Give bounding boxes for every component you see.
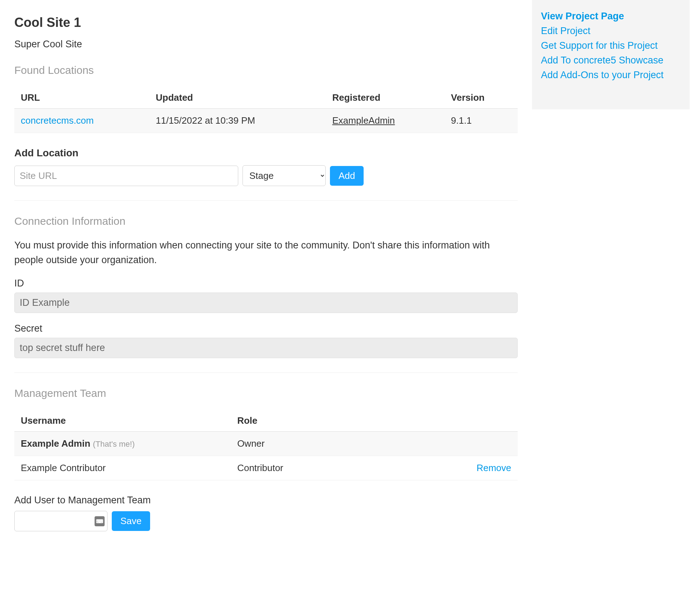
keyboard-icon: ⌨ — [95, 516, 105, 526]
page-subtitle: Super Cool Site — [14, 39, 518, 50]
col-action — [389, 410, 518, 432]
team-heading: Management Team — [14, 387, 518, 399]
me-note: (That's me!) — [93, 440, 135, 448]
sidebar: View Project Page Edit Project Get Suppo… — [532, 0, 690, 109]
secret-value: top secret stuff here — [14, 338, 518, 358]
remove-link[interactable]: Remove — [476, 462, 511, 473]
connection-heading: Connection Information — [14, 215, 518, 227]
add-button[interactable]: Add — [330, 166, 364, 186]
site-url-input[interactable] — [14, 166, 238, 186]
sidebar-link-support[interactable]: Get Support for this Project — [541, 40, 675, 51]
col-role: Role — [231, 410, 389, 432]
col-username: Username — [14, 410, 231, 432]
add-location-heading: Add Location — [14, 147, 518, 159]
team-role: Contributor — [231, 456, 389, 480]
team-username: Example Contributor — [14, 456, 231, 480]
id-label: ID — [14, 278, 518, 289]
secret-label: Secret — [14, 323, 518, 334]
col-updated: Updated — [149, 87, 326, 109]
sidebar-link-addons[interactable]: Add Add-Ons to your Project — [541, 70, 675, 81]
page-title: Cool Site 1 — [14, 15, 518, 30]
add-user-input[interactable] — [14, 511, 107, 531]
col-version: Version — [445, 87, 518, 109]
location-registered-link[interactable]: ExampleAdmin — [332, 115, 395, 126]
sidebar-link-view-project[interactable]: View Project Page — [541, 11, 675, 22]
team-username: Example Admin — [21, 438, 90, 449]
add-user-label: Add User to Management Team — [14, 495, 518, 506]
locations-table: URL Updated Registered Version concretec… — [14, 87, 518, 133]
table-row: Example Contributor Contributor Remove — [14, 456, 518, 480]
team-role: Owner — [231, 432, 389, 456]
found-locations-heading: Found Locations — [14, 64, 518, 76]
connection-help: You must provide this information when c… — [14, 238, 516, 267]
sidebar-link-edit-project[interactable]: Edit Project — [541, 25, 675, 37]
id-value: ID Example — [14, 293, 518, 313]
col-registered: Registered — [326, 87, 444, 109]
divider — [14, 200, 518, 201]
location-updated: 11/15/2022 at 10:39 PM — [149, 109, 326, 133]
divider — [14, 372, 518, 373]
col-url: URL — [14, 87, 149, 109]
location-version: 9.1.1 — [445, 109, 518, 133]
table-row: Example Admin (That's me!) Owner — [14, 432, 518, 456]
sidebar-link-showcase[interactable]: Add To concrete5 Showcase — [541, 55, 675, 66]
table-row: concretecms.com 11/15/2022 at 10:39 PM E… — [14, 109, 518, 133]
team-table: Username Role Example Admin (That's me!)… — [14, 410, 518, 480]
stage-select[interactable]: Stage — [243, 165, 326, 186]
save-button[interactable]: Save — [112, 511, 150, 531]
location-url-link[interactable]: concretecms.com — [21, 115, 94, 126]
